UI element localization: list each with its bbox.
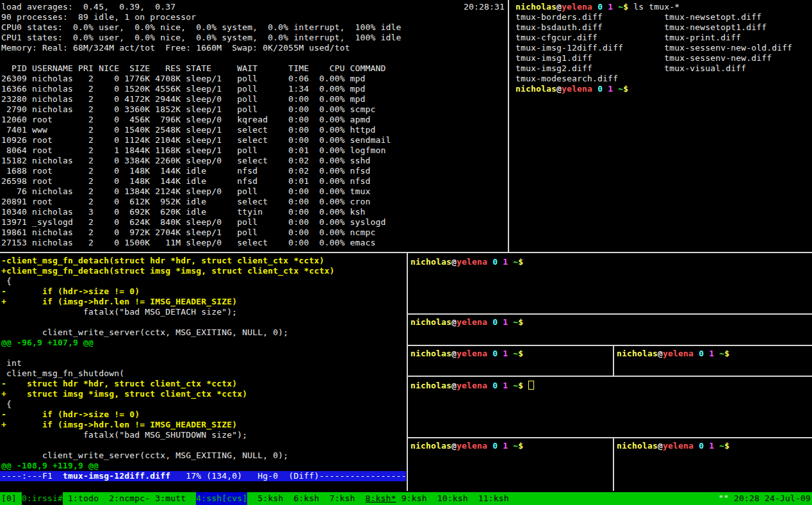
shell-prompt-line: nicholas@yelena 0 1 ~$: [410, 317, 812, 327]
top-process-row: 13971 _syslogd 2 0 624K 840K sleep/0 pol…: [1, 217, 508, 228]
shell-command: ls tmux-*: [628, 2, 679, 12]
shell-prompt-seg: $: [518, 257, 523, 267]
pane-emacs-diff[interactable]: -client_msg_fn_detach(struct hdr *hdr, s…: [0, 254, 407, 492]
pane-border[interactable]: [613, 346, 614, 376]
pane-shell-5-right[interactable]: nicholas@yelena 0 1 ~$: [614, 438, 812, 493]
status-window-2-ncmpc[interactable]: 2:ncmpc-: [109, 493, 150, 503]
modeline-prefix: ----:---F1: [1, 471, 63, 481]
top-summary-line: 90 processes: 89 idle, 1 on processor: [1, 12, 508, 22]
shell-prompt-seg: [613, 2, 618, 12]
shell-prompt-seg: $: [623, 84, 628, 94]
shell-prompt-seg: @: [658, 349, 663, 358]
diff-line: fatalx("bad MSG_SHUTDOWN size");: [1, 430, 407, 440]
shell-prompt-seg: 1: [503, 317, 508, 327]
diff-line: {: [1, 276, 407, 286]
shell-prompt-seg: 1: [503, 441, 508, 451]
shell-prompt-seg: [694, 441, 699, 451]
pane-shell-4[interactable]: nicholas@yelena 0 1 ~$: [408, 377, 812, 440]
shell-prompt-seg: [487, 349, 492, 358]
pane-border[interactable]: [408, 345, 812, 346]
pane-shell-ls[interactable]: nicholas@yelena 0 1 ~$ ls tmux-*tmux-bor…: [510, 0, 812, 253]
pane-border[interactable]: [408, 376, 812, 377]
pane-shell-3-right[interactable]: nicholas@yelena 0 1 ~$: [614, 346, 812, 378]
shell-prompt-seg: [603, 84, 608, 94]
pane-top-command[interactable]: 20:28:31 load averages: 0.45, 0.39, 0.37…: [0, 0, 508, 253]
shell-prompt-seg: yelena: [457, 441, 487, 451]
shell-prompt-seg: 0: [492, 381, 498, 390]
pane-shell-2[interactable]: nicholas@yelena 0 1 ~$: [408, 315, 812, 347]
shell-prompt-seg: $: [724, 441, 729, 451]
diff-line: + struct imsg *imsg, struct client_ctx *…: [1, 389, 407, 399]
pane-border[interactable]: [408, 437, 812, 438]
ls-file-row: tmux-modesearch.diff: [516, 74, 812, 84]
status-window-4-ssh-cvs[interactable]: 4:ssh[cvs]: [196, 492, 247, 505]
top-process-row: 15182 nicholas 2 0 3384K 2260K sleep/0 s…: [1, 156, 508, 166]
status-window-10-ksh[interactable]: 10:ksh: [437, 493, 468, 503]
shell-prompt-seg: 0: [492, 349, 498, 358]
shell-prompt-seg: [508, 257, 513, 267]
status-window-separator: [396, 493, 402, 503]
status-window-0-irssi[interactable]: 0:irssi#: [22, 492, 63, 505]
shell-prompt-seg: $: [518, 381, 523, 390]
pane-border[interactable]: [613, 438, 614, 491]
pane-shell-3-left[interactable]: nicholas@yelena 0 1 ~$: [408, 346, 615, 378]
top-process-row: 8064 root 2 1 1844K 1168K sleep/1 poll 0…: [1, 145, 508, 156]
shell-prompt-seg: [592, 2, 597, 12]
shell-prompt-seg: [498, 381, 503, 390]
status-window-6-ksh[interactable]: 6:ksh: [293, 493, 319, 503]
shell-prompt-seg: 0: [492, 257, 498, 267]
top-process-row: 27153 nicholas 2 0 1500K 11M sleep/0 sel…: [1, 238, 508, 248]
status-window-3-mutt[interactable]: 3:mutt: [155, 493, 186, 503]
status-window-5-ksh[interactable]: 5:ksh: [257, 493, 283, 503]
diff-line: - if (hdr->size != 0): [1, 286, 407, 297]
status-window-list: [0] 0:irssi# 1:todo 2:ncmpc- 3:mutt 4:ss…: [1, 492, 509, 505]
shell-prompt-seg: [704, 349, 709, 358]
top-process-row: 12060 root 2 0 456K 796K sleep/0 kqread …: [1, 115, 508, 125]
shell-prompt-seg: [508, 441, 513, 451]
shell-prompt-seg: $: [724, 349, 729, 358]
shell-prompt-seg: [613, 84, 618, 94]
shell-prompt-seg: nicholas: [410, 317, 451, 327]
status-window-1-todo[interactable]: 1:todo: [68, 493, 99, 503]
top-process-row: 16366 nicholas 2 0 1520K 4556K sleep/1 p…: [1, 84, 508, 94]
pane-border[interactable]: [408, 313, 812, 315]
shell-prompt-seg: [487, 441, 492, 451]
status-hostname-quotes: "": [719, 493, 729, 503]
status-window-8-ksh[interactable]: 8:ksh*: [366, 493, 396, 503]
tmux-screen: 20:28:31 load averages: 0.45, 0.39, 0.37…: [0, 0, 812, 505]
shell-prompt-seg: [508, 317, 513, 327]
shell-prompt-seg: nicholas: [410, 441, 451, 451]
pane-border-vertical-top[interactable]: [508, 0, 509, 252]
shell-prompt-seg: yelena: [562, 2, 592, 12]
shell-prompt-seg: @: [451, 441, 457, 451]
emacs-buffer: -client_msg_fn_detach(struct hdr *hdr, s…: [1, 256, 407, 471]
shell-prompt-seg: [694, 349, 699, 358]
status-window-7-ksh[interactable]: 7:ksh: [330, 493, 355, 503]
shell-prompt-seg: [714, 441, 719, 451]
shell-prompt-seg: 1: [503, 257, 508, 267]
top-summary-line: CPU1 states: 0.0% user, 0.0% nice, 0.0% …: [1, 33, 508, 43]
status-window-11-ksh[interactable]: 11:ksh: [478, 493, 509, 503]
emacs-modeline: ----:---F1 tmux-imsg-12diff.diff 17% (13…: [0, 471, 406, 481]
shell-prompt-line: nicholas@yelena 0 1 ~$: [617, 441, 812, 451]
ls-file-row: tmux-imsg2.diff tmux-visual.diff: [516, 63, 812, 74]
diff-line: client_write_server(cctx, MSG_EXITING, N…: [1, 327, 407, 338]
diff-line: - if (hdr->size != 0): [1, 410, 407, 420]
status-date-time: 20:28 24-Jul-09: [729, 493, 811, 503]
shell-prompt-seg: [498, 317, 503, 327]
top-process-row: 10340 nicholas 3 0 692K 620K idle ttyin …: [1, 207, 508, 217]
shell-prompt-seg: yelena: [663, 441, 694, 451]
top-process-row: 20891 root 2 0 612K 952K idle select 0:0…: [1, 197, 508, 207]
pane-shell-5-left[interactable]: nicholas@yelena 0 1 ~$: [408, 438, 615, 493]
shell-prompt-seg: 0: [597, 84, 603, 94]
shell-prompt-seg: yelena: [663, 349, 694, 358]
shell-prompt-seg: [487, 257, 492, 267]
shell-prompt-seg: [508, 381, 513, 390]
modeline-suffix: 17% (134,0) Hg-0 (Diff)-----------------: [170, 471, 406, 481]
shell-prompt-seg: yelena: [457, 317, 487, 327]
status-window-9-ksh[interactable]: 9:ksh: [402, 493, 427, 503]
status-window-separator: [63, 493, 68, 503]
pane-border-horizontal-main[interactable]: [0, 252, 812, 253]
ls-output: nicholas@yelena 0 1 ~$ ls tmux-*tmux-bor…: [516, 2, 812, 94]
pane-shell-1[interactable]: nicholas@yelena 0 1 ~$: [408, 254, 812, 316]
